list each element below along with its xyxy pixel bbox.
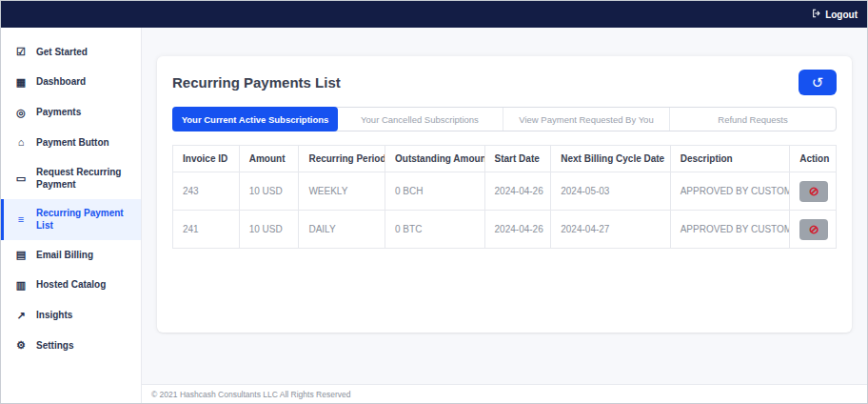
cell-invoice-id: 243 — [173, 172, 240, 211]
checkbox-icon: ☑ — [14, 46, 28, 59]
column-header-next-billing-cycle-date: Next Billing Cycle Date — [551, 146, 670, 172]
subscriptions-table: Invoice ID Amount Recurring Period Outst… — [172, 145, 837, 249]
column-header-invoice-id: Invoice ID — [173, 146, 240, 172]
block-icon: ⊘ — [809, 223, 819, 235]
footer: © 2021 Hashcash Consultants LLC All Righ… — [142, 384, 867, 403]
bank-icon: ⌂ — [14, 136, 28, 150]
cell-description: APPROVED BY CUSTOMER — [670, 172, 789, 211]
sidebar-item-dashboard[interactable]: ▦ Dashboard — [1, 68, 141, 98]
logout-label: Logout — [825, 10, 858, 20]
refresh-button[interactable]: ↺ — [799, 70, 837, 95]
document-icon: ▤ — [14, 249, 28, 262]
sidebar-item-label: Payment Button — [36, 137, 109, 150]
copyright-text: © 2021 Hashcash Consultants LLC All Righ… — [151, 390, 350, 399]
table-row: 241 10 USD DAILY 0 BTC 2024-04-26 2024-0… — [173, 211, 837, 249]
cell-start-date: 2024-04-26 — [484, 211, 551, 249]
recurring-payments-card: Recurring Payments List ↺ Your Current A… — [157, 56, 852, 333]
subscription-tabs: Your Current Active Subscriptions Your C… — [172, 107, 837, 131]
app-window: Logout ☑ Get Started ▦ Dashboard ◎ Payme… — [0, 0, 868, 404]
sidebar-item-label: Insights — [36, 310, 72, 322]
tab-cancelled-subscriptions[interactable]: Your Cancelled Subscriptions — [337, 108, 503, 131]
gear-icon: ⚙ — [14, 339, 28, 353]
sidebar-item-label: Dashboard — [36, 76, 86, 89]
cell-recurring-period: WEEKLY — [299, 172, 385, 211]
sidebar-item-settings[interactable]: ⚙ Settings — [1, 331, 141, 361]
block-icon: ⊘ — [809, 185, 819, 197]
cell-action: ⊘ — [790, 211, 837, 249]
cell-action: ⊘ — [790, 172, 837, 211]
sidebar-item-payments[interactable]: ◎ Payments — [1, 98, 141, 129]
sidebar-item-payment-button[interactable]: ⌂ Payment Button — [1, 128, 141, 158]
column-header-start-date: Start Date — [484, 146, 551, 172]
page-title: Recurring Payments List — [172, 74, 341, 91]
table-header-row: Invoice ID Amount Recurring Period Outst… — [173, 146, 837, 172]
column-header-amount: Amount — [239, 146, 299, 172]
grid-icon: ▦ — [14, 76, 28, 90]
cell-start-date: 2024-04-26 — [484, 172, 551, 211]
book-icon: ▥ — [14, 279, 28, 293]
sidebar-item-recurring-payment-list[interactable]: ≡ Recurring Payment List — [1, 199, 141, 240]
cell-outstanding-amount: 0 BTC — [385, 211, 485, 249]
tab-refund-requests[interactable]: Refund Requests — [670, 108, 836, 131]
list-icon: ≡ — [14, 213, 28, 227]
column-header-recurring-period: Recurring Period — [299, 146, 385, 172]
sidebar-item-get-started[interactable]: ☑ Get Started — [1, 37, 141, 68]
column-header-action: Action — [790, 146, 837, 172]
sidebar-item-label: Get Started — [36, 47, 88, 59]
sidebar-item-label: Payments — [36, 107, 81, 119]
top-bar: Logout — [1, 1, 867, 28]
sidebar-item-label: Recurring Payment List — [36, 208, 133, 232]
logout-icon — [812, 9, 821, 20]
chart-icon: ↗ — [14, 310, 28, 323]
sidebar-item-label: Hosted Catalog — [36, 279, 106, 292]
cancel-subscription-button[interactable]: ⊘ — [799, 219, 828, 240]
card-icon: ▭ — [14, 172, 28, 186]
cancel-subscription-button[interactable]: ⊘ — [799, 181, 828, 202]
cell-next-billing-cycle-date: 2024-04-27 — [551, 211, 670, 249]
cell-outstanding-amount: 0 BCH — [385, 172, 485, 211]
sidebar-item-hosted-catalog[interactable]: ▥ Hosted Catalog — [1, 271, 141, 301]
sidebar-item-insights[interactable]: ↗ Insights — [1, 301, 141, 332]
logout-button[interactable]: Logout — [812, 9, 858, 20]
sidebar-item-email-billing[interactable]: ▤ Email Billing — [1, 240, 141, 271]
column-header-description: Description — [670, 146, 789, 172]
cell-description: APPROVED BY CUSTOMER — [670, 211, 789, 249]
cell-next-billing-cycle-date: 2024-05-03 — [551, 172, 670, 211]
cell-amount: 10 USD — [239, 172, 299, 211]
sidebar-item-request-recurring-payment[interactable]: ▭ Request Recurring Payment — [1, 158, 141, 199]
sidebar: ☑ Get Started ▦ Dashboard ◎ Payments ⌂ P… — [1, 28, 142, 403]
tab-current-active-subscriptions[interactable]: Your Current Active Subscriptions — [172, 107, 338, 131]
cell-invoice-id: 241 — [173, 211, 240, 249]
cell-recurring-period: DAILY — [299, 211, 385, 249]
column-header-outstanding-amount: Outstanding Amount — [385, 146, 485, 172]
coin-icon: ◎ — [14, 107, 28, 120]
sidebar-item-label: Request Recurring Payment — [36, 167, 133, 191]
main-area: Recurring Payments List ↺ Your Current A… — [142, 28, 867, 403]
sidebar-item-label: Settings — [36, 340, 73, 353]
table-row: 243 10 USD WEEKLY 0 BCH 2024-04-26 2024-… — [173, 172, 837, 211]
sidebar-item-label: Email Billing — [36, 250, 93, 262]
cell-amount: 10 USD — [239, 211, 299, 249]
history-refresh-icon: ↺ — [812, 75, 824, 90]
tab-payment-requested-by-you[interactable]: View Payment Requested By You — [503, 108, 670, 131]
